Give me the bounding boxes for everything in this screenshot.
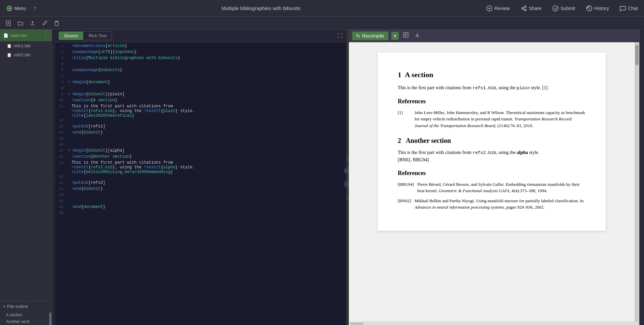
chat-label: Chat [628, 6, 638, 11]
line-content-18[interactable]: \section{Another section} [71, 154, 345, 159]
history-label: History [594, 6, 609, 11]
chat-button[interactable]: Chat [617, 4, 641, 13]
new-file-button[interactable] [3, 19, 13, 28]
file-outline-toggle[interactable]: ▾ File outline [0, 301, 52, 312]
recompile-icon: ↻ [356, 33, 360, 39]
line-content-5[interactable]: \usepackage{bibunits} [71, 68, 345, 72]
line-content-11[interactable]: This is the first part with citations fr… [71, 104, 345, 118]
svg-point-5 [524, 9, 526, 11]
line-content-16[interactable] [71, 142, 345, 147]
line-fold-17[interactable]: ▾ [66, 148, 71, 152]
outline-scrollbar[interactable] [49, 312, 52, 325]
code-line-1: 1 \documentclass{article} [55, 44, 346, 50]
line-number-7: 7 [56, 80, 66, 84]
preview-section2-heading: 2 Another section [398, 136, 586, 146]
svg-point-3 [522, 7, 523, 9]
sidebar-item-main-tex[interactable]: 📄 main.tex ⋮ [0, 30, 52, 41]
refs2-label: refs2.bib [14, 52, 31, 57]
line-content-7[interactable]: \begin{document} [71, 80, 345, 85]
left-collapse-handle[interactable]: ‹ [52, 30, 55, 325]
menu-button[interactable]: Menu [3, 4, 29, 13]
download-button[interactable] [413, 31, 422, 41]
line-content-20[interactable] [71, 174, 345, 179]
preview-content[interactable]: 1 A section This is the first part with … [349, 42, 635, 322]
line-content-24[interactable] [71, 199, 345, 203]
line-number-2: 2 [56, 50, 66, 54]
code-line-5: 5 \usepackage{bibunits} [55, 68, 346, 74]
preview-file-button[interactable] [401, 31, 410, 41]
review-icon [486, 5, 493, 12]
line-content-23[interactable] [71, 193, 345, 197]
code-line-26: 26 [55, 211, 346, 217]
line-number-22: 22 [56, 186, 66, 191]
line-content-9[interactable]: \begin{bibunit}[plain] [71, 92, 345, 97]
open-file-button[interactable] [15, 19, 25, 28]
svg-point-1 [8, 7, 10, 9]
toolbar [0, 17, 644, 30]
sidebar: 📄 main.tex ⋮ 📋 refs1.bib 📋 refs2.bib . .… [0, 30, 52, 325]
line-content-22[interactable]: \end{bibunit} [71, 186, 345, 191]
line-content-3[interactable]: \title{Multiple bibliographies with bibu… [71, 56, 345, 60]
line-content-6[interactable] [71, 74, 345, 78]
svg-point-8 [553, 6, 558, 11]
share-button[interactable]: Share [518, 4, 544, 13]
line-number-9: 9 [56, 92, 66, 96]
expand-editor-button[interactable]: ⛶ [337, 33, 343, 39]
line-content-17[interactable]: \begin{bibunit}[alpha] [71, 148, 345, 153]
sidebar-item-refs2[interactable]: 📋 refs2.bib [0, 50, 52, 59]
line-content-25[interactable]: \end{document} [71, 205, 345, 209]
svg-rect-13 [55, 22, 58, 25]
outline-item-section1[interactable]: A section [0, 312, 49, 318]
upload-button[interactable] [28, 19, 38, 28]
line-content-13[interactable]: \putbib[refs1] [71, 124, 345, 129]
line-content-8[interactable] [71, 86, 345, 91]
outline-section: A section Another secti [0, 312, 52, 325]
tab-richtext[interactable]: Rich Text [83, 31, 112, 40]
line-content-10[interactable]: \section{A section} [71, 98, 345, 103]
editor-preview-drag-handle[interactable]: › ‹ [346, 30, 349, 325]
review-label: Review [494, 6, 510, 11]
line-content-19[interactable]: This is the first part with citations fr… [71, 160, 345, 174]
line-number-18: 18 [56, 154, 66, 159]
file-outline-label: File outline [7, 304, 28, 309]
code-line-16: 16 [55, 142, 346, 148]
file-icon: 📄 [3, 33, 8, 38]
undo-button[interactable]: ↑ [32, 4, 39, 12]
line-content-4[interactable] [71, 62, 345, 66]
preview-refs1-title: References [398, 97, 586, 106]
edit-button[interactable] [40, 19, 50, 28]
submit-button[interactable]: Submit [549, 4, 578, 13]
line-content-26[interactable] [71, 211, 345, 215]
line-number-26: 26 [56, 211, 66, 215]
file-menu-icon[interactable]: ⋮ [43, 32, 48, 39]
line-fold-9[interactable]: ▾ [66, 92, 71, 96]
preview-ref2: [BBG94] Pierre Bérard, Gérard Besson, an… [398, 181, 586, 194]
sidebar-item-refs1[interactable]: 📋 refs1.bib [0, 41, 52, 50]
recompile-button[interactable]: ↻ Recompile [352, 32, 388, 40]
line-content-15[interactable] [71, 136, 345, 141]
line-number-24: 24 [56, 199, 66, 203]
preview-scrollbar[interactable] [635, 42, 639, 322]
code-line-24: 24 [55, 199, 346, 205]
line-content-12[interactable] [71, 118, 345, 123]
preview-with-scroll: 1 A section This is the first part with … [349, 42, 640, 322]
right-panel-toggle[interactable]: › [639, 30, 644, 325]
section2-title: Another section [406, 137, 451, 144]
line-content-2[interactable]: \usepackage[utf8]{inputenc} [71, 50, 345, 54]
code-line-18: 18 \section{Another section} [55, 154, 346, 160]
line-content-1[interactable]: \documentclass{article} [71, 44, 345, 48]
delete-button[interactable] [52, 19, 62, 28]
line-fold-7[interactable]: ▾ [66, 80, 71, 84]
ref2-content: Pierre Bérard, Gérard Besson, and Sylvai… [417, 181, 586, 194]
code-editor[interactable]: 1 \documentclass{article} 2 \usepackage[… [55, 42, 346, 325]
tab-source[interactable]: Source [59, 32, 83, 40]
preview-bottom-scrollbar[interactable] [349, 322, 640, 325]
line-content-21[interactable]: \putbib[refs2] [71, 180, 345, 185]
recompile-dropdown-button[interactable]: ▾ [391, 32, 399, 40]
code-line-21: 21 \putbib[refs2] [55, 180, 346, 186]
outline-item-section2[interactable]: Another secti [0, 318, 49, 325]
line-content-14[interactable]: \end{bibunit} [71, 130, 345, 135]
history-button[interactable]: History [583, 4, 612, 13]
review-button[interactable]: Review [483, 4, 513, 13]
svg-line-6 [523, 7, 524, 8]
